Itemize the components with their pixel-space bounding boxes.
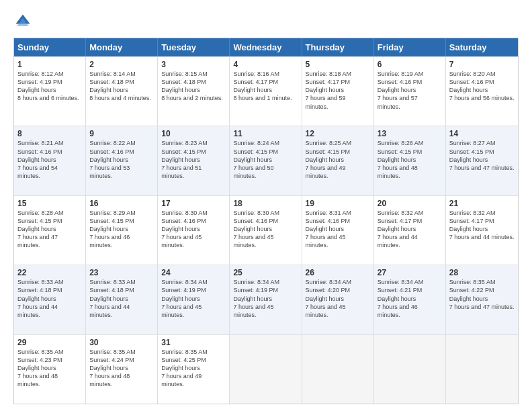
day-cell-17: 17Sunrise: 8:30 AMSunset: 4:16 PMDayligh… <box>158 196 230 265</box>
day-info: Sunrise: 8:32 AMSunset: 4:17 PMDaylight … <box>378 209 442 250</box>
day-number: 15 <box>17 199 82 208</box>
page: SundayMondayTuesdayWednesdayThursdayFrid… <box>0 0 532 411</box>
day-info: Sunrise: 8:32 AMSunset: 4:17 PMDaylight … <box>449 209 515 242</box>
day-info: Sunrise: 8:33 AMSunset: 4:18 PMDaylight … <box>17 278 82 319</box>
logo <box>13 12 35 31</box>
empty-cell <box>302 335 374 404</box>
day-number: 26 <box>306 268 370 277</box>
day-cell-4: 4Sunrise: 8:16 AMSunset: 4:17 PMDaylight… <box>230 57 302 126</box>
day-number: 27 <box>378 268 442 277</box>
day-number: 6 <box>378 60 442 69</box>
logo-icon <box>13 12 32 31</box>
day-cell-27: 27Sunrise: 8:34 AMSunset: 4:21 PMDayligh… <box>374 265 446 334</box>
day-cell-19: 19Sunrise: 8:31 AMSunset: 4:16 PMDayligh… <box>302 196 374 265</box>
day-info: Sunrise: 8:35 AMSunset: 4:23 PMDaylight … <box>17 348 82 389</box>
day-number: 28 <box>449 268 515 277</box>
day-info: Sunrise: 8:20 AMSunset: 4:16 PMDaylight … <box>449 70 515 103</box>
header-cell-tuesday: Tuesday <box>158 38 230 56</box>
day-cell-25: 25Sunrise: 8:34 AMSunset: 4:19 PMDayligh… <box>230 265 302 334</box>
calendar-row-1: 8Sunrise: 8:21 AMSunset: 4:16 PMDaylight… <box>14 126 518 195</box>
day-info: Sunrise: 8:30 AMSunset: 4:16 PMDaylight … <box>233 209 298 250</box>
day-cell-7: 7Sunrise: 8:20 AMSunset: 4:16 PMDaylight… <box>446 57 518 126</box>
day-number: 21 <box>449 199 515 208</box>
day-number: 5 <box>306 60 370 69</box>
day-number: 4 <box>233 60 298 69</box>
day-cell-14: 14Sunrise: 8:27 AMSunset: 4:15 PMDayligh… <box>446 126 518 195</box>
day-info: Sunrise: 8:31 AMSunset: 4:16 PMDaylight … <box>306 209 370 250</box>
day-number: 1 <box>17 60 82 69</box>
day-cell-16: 16Sunrise: 8:29 AMSunset: 4:15 PMDayligh… <box>86 196 158 265</box>
day-cell-5: 5Sunrise: 8:18 AMSunset: 4:17 PMDaylight… <box>302 57 374 126</box>
day-number: 11 <box>233 129 298 138</box>
empty-cell <box>446 335 518 404</box>
calendar-row-2: 15Sunrise: 8:28 AMSunset: 4:15 PMDayligh… <box>14 195 518 265</box>
day-number: 3 <box>161 60 226 69</box>
day-cell-3: 3Sunrise: 8:15 AMSunset: 4:18 PMDaylight… <box>158 57 230 126</box>
empty-cell <box>230 335 302 404</box>
header-cell-sunday: Sunday <box>14 38 86 56</box>
day-number: 10 <box>161 129 226 138</box>
day-number: 18 <box>233 199 298 208</box>
header-cell-thursday: Thursday <box>302 38 374 56</box>
day-cell-11: 11Sunrise: 8:24 AMSunset: 4:15 PMDayligh… <box>230 126 302 195</box>
day-cell-29: 29Sunrise: 8:35 AMSunset: 4:23 PMDayligh… <box>14 335 86 404</box>
day-info: Sunrise: 8:18 AMSunset: 4:17 PMDaylight … <box>306 70 370 111</box>
header-cell-wednesday: Wednesday <box>230 38 302 56</box>
day-info: Sunrise: 8:34 AMSunset: 4:21 PMDaylight … <box>378 278 442 319</box>
day-info: Sunrise: 8:19 AMSunset: 4:16 PMDaylight … <box>378 70 442 111</box>
day-cell-28: 28Sunrise: 8:35 AMSunset: 4:22 PMDayligh… <box>446 265 518 334</box>
day-cell-13: 13Sunrise: 8:26 AMSunset: 4:15 PMDayligh… <box>374 126 446 195</box>
day-info: Sunrise: 8:12 AMSunset: 4:19 PMDaylight … <box>17 70 82 103</box>
day-number: 22 <box>17 268 82 277</box>
day-cell-2: 2Sunrise: 8:14 AMSunset: 4:18 PMDaylight… <box>86 57 158 126</box>
day-cell-24: 24Sunrise: 8:34 AMSunset: 4:19 PMDayligh… <box>158 265 230 334</box>
day-cell-9: 9Sunrise: 8:22 AMSunset: 4:16 PMDaylight… <box>86 126 158 195</box>
day-number: 14 <box>449 129 515 138</box>
day-number: 7 <box>449 60 515 69</box>
header-cell-monday: Monday <box>86 38 158 56</box>
day-cell-22: 22Sunrise: 8:33 AMSunset: 4:18 PMDayligh… <box>14 265 86 334</box>
day-number: 31 <box>161 338 226 347</box>
day-info: Sunrise: 8:16 AMSunset: 4:17 PMDaylight … <box>233 70 298 103</box>
day-number: 19 <box>306 199 370 208</box>
day-info: Sunrise: 8:28 AMSunset: 4:15 PMDaylight … <box>17 209 82 250</box>
header <box>13 12 519 31</box>
day-number: 30 <box>89 338 154 347</box>
day-cell-10: 10Sunrise: 8:23 AMSunset: 4:15 PMDayligh… <box>158 126 230 195</box>
day-cell-6: 6Sunrise: 8:19 AMSunset: 4:16 PMDaylight… <box>374 57 446 126</box>
day-cell-12: 12Sunrise: 8:25 AMSunset: 4:15 PMDayligh… <box>302 126 374 195</box>
day-number: 2 <box>89 60 154 69</box>
calendar-row-4: 29Sunrise: 8:35 AMSunset: 4:23 PMDayligh… <box>14 334 518 404</box>
day-number: 12 <box>306 129 370 138</box>
header-cell-friday: Friday <box>374 38 446 56</box>
day-info: Sunrise: 8:27 AMSunset: 4:15 PMDaylight … <box>449 139 515 172</box>
day-cell-30: 30Sunrise: 8:35 AMSunset: 4:24 PMDayligh… <box>86 335 158 404</box>
day-info: Sunrise: 8:35 AMSunset: 4:25 PMDaylight … <box>161 348 226 389</box>
day-number: 17 <box>161 199 226 208</box>
calendar: SundayMondayTuesdayWednesdayThursdayFrid… <box>13 38 519 404</box>
day-number: 20 <box>378 199 442 208</box>
day-number: 29 <box>17 338 82 347</box>
calendar-row-0: 1Sunrise: 8:12 AMSunset: 4:19 PMDaylight… <box>14 56 518 126</box>
day-info: Sunrise: 8:24 AMSunset: 4:15 PMDaylight … <box>233 139 298 180</box>
day-number: 8 <box>17 129 82 138</box>
day-info: Sunrise: 8:35 AMSunset: 4:24 PMDaylight … <box>89 348 154 389</box>
day-number: 16 <box>89 199 154 208</box>
day-info: Sunrise: 8:34 AMSunset: 4:19 PMDaylight … <box>161 278 226 319</box>
header-cell-saturday: Saturday <box>446 38 518 56</box>
day-info: Sunrise: 8:26 AMSunset: 4:15 PMDaylight … <box>378 139 442 180</box>
day-info: Sunrise: 8:21 AMSunset: 4:16 PMDaylight … <box>17 139 82 180</box>
day-info: Sunrise: 8:14 AMSunset: 4:18 PMDaylight … <box>89 70 154 103</box>
day-cell-20: 20Sunrise: 8:32 AMSunset: 4:17 PMDayligh… <box>374 196 446 265</box>
day-cell-8: 8Sunrise: 8:21 AMSunset: 4:16 PMDaylight… <box>14 126 86 195</box>
day-info: Sunrise: 8:34 AMSunset: 4:19 PMDaylight … <box>233 278 298 319</box>
day-number: 23 <box>89 268 154 277</box>
day-cell-15: 15Sunrise: 8:28 AMSunset: 4:15 PMDayligh… <box>14 196 86 265</box>
day-number: 13 <box>378 129 442 138</box>
day-info: Sunrise: 8:34 AMSunset: 4:20 PMDaylight … <box>306 278 370 319</box>
day-info: Sunrise: 8:29 AMSunset: 4:15 PMDaylight … <box>89 209 154 250</box>
day-cell-21: 21Sunrise: 8:32 AMSunset: 4:17 PMDayligh… <box>446 196 518 265</box>
day-number: 24 <box>161 268 226 277</box>
day-cell-1: 1Sunrise: 8:12 AMSunset: 4:19 PMDaylight… <box>14 57 86 126</box>
day-info: Sunrise: 8:23 AMSunset: 4:15 PMDaylight … <box>161 139 226 180</box>
